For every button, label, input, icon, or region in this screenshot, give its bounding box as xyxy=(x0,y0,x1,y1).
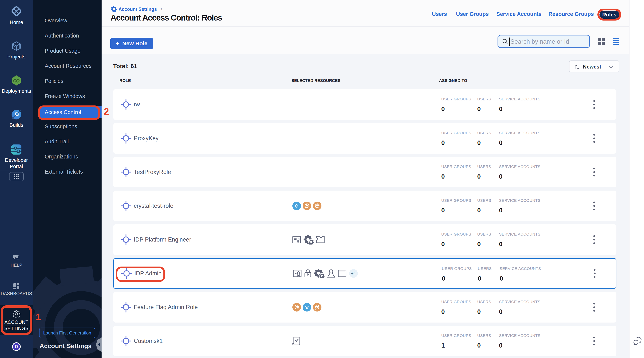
svg-text:?: ? xyxy=(15,255,16,258)
